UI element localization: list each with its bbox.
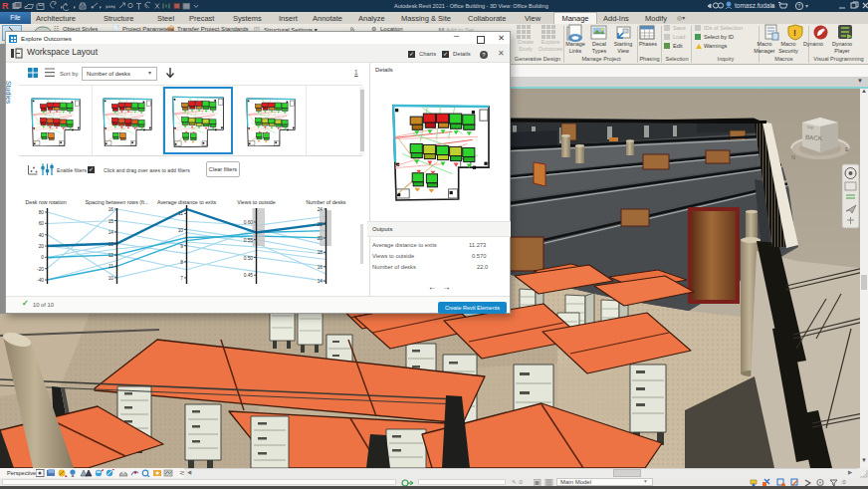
svg-text:Load: Load [673,34,685,40]
svg-text:0.50: 0.50 [244,256,254,261]
svg-text:16: 16 [108,207,114,212]
svg-text:13: 13 [108,242,114,247]
svg-text:16: 16 [318,265,324,270]
svg-text:Edit: Edit [673,43,683,49]
svg-text:?: ? [797,3,800,9]
svg-text:0.55: 0.55 [244,238,254,243]
svg-text:Select by ID: Select by ID [704,34,734,40]
svg-text:BACK: BACK [805,133,823,141]
svg-text:80: 80 [39,210,45,215]
svg-text:Desk row rotation: Desk row rotation [25,199,66,205]
svg-text:14: 14 [318,279,324,284]
svg-text:Save: Save [673,25,686,31]
svg-text:-20: -20 [37,267,44,272]
svg-text:20: 20 [39,244,45,249]
svg-text:Spacing between rows (ft...: Spacing between rows (ft... [86,199,149,205]
svg-text:60: 60 [39,221,45,226]
svg-text:0.45: 0.45 [244,273,254,278]
svg-text:0: 0 [41,255,44,260]
svg-text:N: N [791,154,795,160]
svg-text:15: 15 [108,219,114,224]
svg-text:Views to outside: Views to outside [237,199,276,205]
svg-text:E: E [845,146,849,152]
svg-text:Average distance to exits: Average distance to exits [157,199,216,205]
svg-text:12: 12 [108,253,114,258]
svg-text:9: 9 [180,244,183,249]
svg-text:8: 8 [180,260,183,265]
svg-text:18: 18 [318,250,324,255]
svg-text:10: 10 [178,228,184,233]
svg-text:▾: ▾ [771,3,774,9]
svg-text:40: 40 [39,233,45,238]
svg-text:▾: ▾ [805,3,808,9]
svg-text:Warnings: Warnings [704,43,728,49]
svg-text:tomasz.fudala: tomasz.fudala [735,2,775,9]
svg-text:Number of desks: Number of desks [306,199,345,205]
svg-text:24: 24 [318,207,324,212]
svg-text:-40: -40 [37,278,44,283]
svg-text:20: 20 [318,236,324,241]
svg-text:14: 14 [108,230,114,235]
svg-text:0.60: 0.60 [244,220,254,225]
svg-text:10: 10 [108,276,114,281]
svg-text:IDs of Selection: IDs of Selection [704,25,743,31]
svg-text:11: 11 [108,264,113,269]
svg-text:7: 7 [180,276,183,281]
svg-text:top: top [807,124,814,129]
svg-text:22: 22 [318,222,324,227]
svg-text:!: ! [793,28,796,38]
svg-text:11: 11 [178,211,183,216]
